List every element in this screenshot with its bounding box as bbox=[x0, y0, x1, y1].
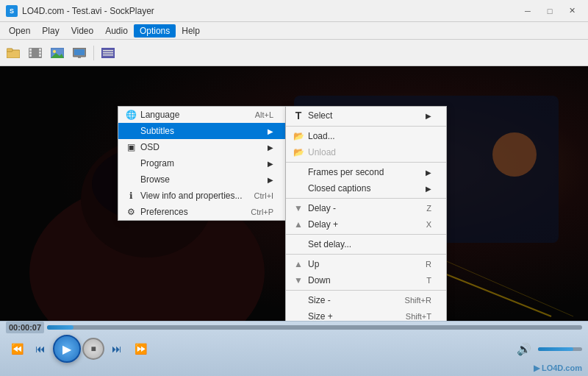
step-fwd-button[interactable]: ⏭ bbox=[106, 338, 128, 360]
sub-select[interactable]: T Select ▶ bbox=[286, 107, 446, 124]
menu-audio[interactable]: Audio bbox=[99, 24, 134, 38]
sub-unload[interactable]: 📂 Unload bbox=[286, 144, 446, 160]
options-osd[interactable]: ▣ OSD ▶ bbox=[118, 139, 288, 155]
right-controls: 🔊 ▶ LO4D.com bbox=[513, 338, 582, 360]
menu-options[interactable]: Options bbox=[134, 24, 176, 38]
controls-buttons: ⏪ ⏮ ▶ ■ ⏭ ⏩ 🔊 ▶ LO4D.com bbox=[0, 333, 588, 364]
time-display: 00:00:07 bbox=[6, 322, 44, 333]
options-preferences[interactable]: ⚙ Preferences Ctrl+P bbox=[118, 204, 288, 220]
submenu-arrow: ▶ bbox=[268, 127, 273, 135]
progress-fill bbox=[47, 325, 74, 330]
options-program[interactable]: Program ▶ bbox=[118, 155, 288, 171]
volume-icon[interactable]: 🔊 bbox=[513, 338, 535, 360]
close-button[interactable]: ✕ bbox=[562, 4, 582, 18]
up-icon: ▲ bbox=[292, 259, 305, 269]
svg-rect-5 bbox=[29, 54, 32, 57]
menu-open[interactable]: Open bbox=[3, 24, 36, 38]
svg-rect-19 bbox=[103, 54, 113, 56]
fast-fwd-button[interactable]: ⏩ bbox=[129, 338, 151, 360]
cc-submenu-arrow: ▶ bbox=[426, 185, 431, 193]
svg-rect-3 bbox=[29, 49, 32, 51]
volume-control: 🔊 bbox=[513, 338, 582, 360]
controls-bar: 00:00:07 ⏪ ⏮ ▶ ■ ⏭ ⏩ 🔊 ▶ LO4D.com bbox=[0, 321, 588, 376]
info-icon: ℹ bbox=[124, 191, 137, 201]
load-icon: 📂 bbox=[292, 131, 305, 141]
menu-play[interactable]: Play bbox=[36, 24, 65, 38]
svg-rect-14 bbox=[78, 57, 81, 58]
svg-point-10 bbox=[53, 50, 56, 53]
pref-icon: ⚙ bbox=[124, 207, 137, 217]
settings-icon bbox=[101, 48, 115, 58]
volume-track[interactable] bbox=[538, 347, 582, 351]
sub-closed-captions[interactable]: Closed captions ▶ bbox=[286, 180, 446, 196]
sub-up[interactable]: ▲ Up R bbox=[286, 256, 446, 272]
sep-5 bbox=[286, 254, 446, 255]
unload-icon: 📂 bbox=[292, 147, 305, 157]
sub-delay-plus[interactable]: ▲ Delay + X bbox=[286, 216, 446, 233]
toolbar-btn-2[interactable] bbox=[25, 43, 46, 63]
svg-rect-8 bbox=[39, 54, 41, 57]
svg-rect-1 bbox=[7, 49, 12, 52]
sep-6 bbox=[286, 290, 446, 291]
svg-rect-17 bbox=[103, 50, 113, 52]
options-viewinfo[interactable]: ℹ View info and properties... Ctrl+I bbox=[118, 188, 288, 204]
osd-icon: ▣ bbox=[124, 142, 137, 152]
select-icon: T bbox=[292, 110, 305, 121]
toolbar-btn-3[interactable] bbox=[47, 43, 68, 63]
options-subtitles[interactable]: Subtitles ▶ bbox=[118, 123, 288, 139]
sep-2 bbox=[286, 162, 446, 163]
menu-video[interactable]: Video bbox=[65, 24, 99, 38]
browse-submenu-arrow: ▶ bbox=[268, 176, 273, 184]
language-icon: 🌐 bbox=[124, 110, 137, 120]
sub-down[interactable]: ▼ Down T bbox=[286, 272, 446, 288]
film-icon bbox=[29, 48, 42, 58]
title-bar-left: S LO4D.com - Test.avi - SockPlayer bbox=[6, 5, 154, 17]
svg-rect-6 bbox=[39, 49, 41, 51]
toolbar-btn-5[interactable] bbox=[98, 43, 118, 63]
svg-rect-13 bbox=[74, 49, 85, 55]
minimize-button[interactable]: ─ bbox=[517, 4, 538, 18]
toolbar-btn-4[interactable] bbox=[69, 43, 90, 63]
sub-load[interactable]: 📂 Load... bbox=[286, 128, 446, 144]
program-submenu-arrow: ▶ bbox=[268, 160, 273, 168]
progress-bar-area: 00:00:07 bbox=[0, 322, 588, 333]
delay-minus-icon: ▼ bbox=[292, 203, 305, 213]
volume-fill bbox=[538, 347, 573, 351]
sep-3 bbox=[286, 198, 446, 199]
video-area: 🌐 Language Alt+L Subtitles ▶ ▣ OSD ▶ Pro… bbox=[0, 66, 588, 321]
toolbar bbox=[0, 40, 588, 66]
menu-help[interactable]: Help bbox=[176, 24, 206, 38]
rewind-button[interactable]: ⏪ bbox=[6, 338, 28, 360]
maximize-button[interactable]: □ bbox=[539, 4, 560, 18]
step-back-button[interactable]: ⏮ bbox=[29, 338, 51, 360]
svg-rect-4 bbox=[29, 52, 32, 54]
sub-size-plus[interactable]: Size + Shift+T bbox=[286, 308, 446, 321]
svg-rect-18 bbox=[103, 52, 113, 54]
toolbar-separator-1 bbox=[93, 46, 94, 60]
left-controls: ⏪ ⏮ ▶ ■ ⏭ ⏩ bbox=[6, 335, 151, 363]
logo-area: ▶ LO4D.com bbox=[534, 363, 582, 373]
sep-4 bbox=[286, 234, 446, 235]
sub-fps[interactable]: Frames per second ▶ bbox=[286, 164, 446, 180]
title-bar-controls: ─ □ ✕ bbox=[517, 4, 582, 18]
delay-plus-icon: ▲ bbox=[292, 219, 305, 230]
subtitles-menu: T Select ▶ 📂 Load... 📂 Unload Frames per… bbox=[285, 106, 447, 321]
fps-submenu-arrow: ▶ bbox=[426, 169, 431, 177]
play-button[interactable]: ▶ bbox=[53, 335, 81, 363]
folder-icon bbox=[7, 48, 20, 58]
monitor-icon bbox=[73, 48, 86, 58]
sub-set-delay[interactable]: Set delay... bbox=[286, 236, 446, 252]
app-icon: S bbox=[6, 5, 18, 17]
options-browse[interactable]: Browse ▶ bbox=[118, 171, 288, 188]
svg-rect-7 bbox=[39, 52, 41, 54]
svg-point-25 bbox=[492, 132, 537, 177]
toolbar-btn-1[interactable] bbox=[3, 43, 24, 63]
options-language[interactable]: 🌐 Language Alt+L bbox=[118, 107, 288, 123]
image-icon bbox=[51, 48, 64, 58]
window-title: LO4D.com - Test.avi - SockPlayer bbox=[22, 6, 154, 16]
down-icon: ▼ bbox=[292, 275, 305, 285]
stop-button[interactable]: ■ bbox=[82, 338, 104, 360]
progress-track[interactable] bbox=[47, 325, 582, 330]
sub-size-minus[interactable]: Size - Shift+R bbox=[286, 292, 446, 308]
sub-delay-minus[interactable]: ▼ Delay - Z bbox=[286, 200, 446, 216]
